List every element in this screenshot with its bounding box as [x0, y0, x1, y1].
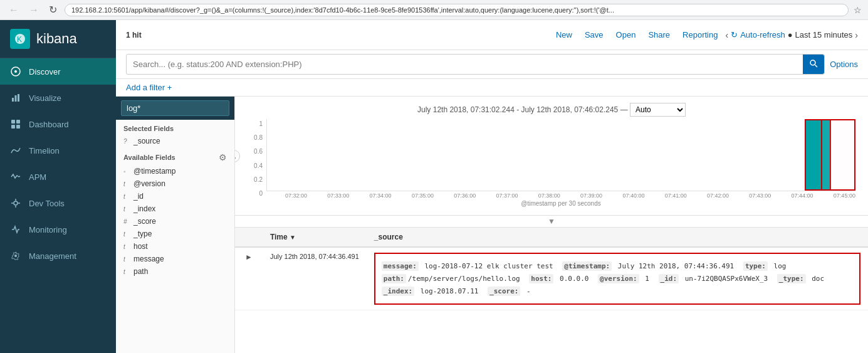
field-item-source[interactable]: ? _source: [116, 135, 234, 147]
expand-col-header: [235, 228, 263, 247]
sidebar-item-label-discover: Discover: [29, 67, 61, 76]
prev-time-icon[interactable]: ‹: [725, 30, 728, 40]
row-expand-cell[interactable]: ►: [235, 247, 263, 310]
add-filter-button[interactable]: Add a filter +: [126, 83, 858, 92]
chart-y-axis: 1 0.8 0.6 0.4 0.2 0: [248, 119, 266, 207]
browser-chrome: ← → ↻ 192.168.2.10:5601/app/kibana#/disc…: [0, 0, 868, 20]
search-input-wrap: [126, 54, 825, 75]
sidebar-item-label-devtools: Dev Tools: [29, 199, 65, 208]
selected-fields-title: Selected Fields: [116, 120, 234, 135]
open-button[interactable]: Open: [611, 28, 641, 42]
sidebar-item-visualize[interactable]: Visualize: [0, 85, 116, 111]
source-field-type2-key: _type:: [777, 274, 806, 283]
svg-rect-6: [18, 94, 19, 102]
field-item-version[interactable]: t @version: [116, 177, 234, 190]
results-panel: ▲ July 12th 2018, 07:31:02.244 - July 12…: [235, 97, 868, 353]
source-field-score-val: -: [522, 287, 530, 295]
sidebar-item-monitoring[interactable]: Monitoring: [0, 216, 116, 243]
source-field-type-val: log: [770, 262, 787, 270]
back-button[interactable]: ←: [6, 4, 21, 16]
app: K kibana Discover Visualize Dashboard: [0, 20, 868, 353]
chart-plot: [266, 119, 855, 191]
field-item-id[interactable]: t _id: [116, 190, 234, 203]
sidebar-item-label-dashboard: Dashboard: [29, 120, 69, 129]
field-item-score[interactable]: # _score: [116, 215, 234, 228]
sidebar-item-dashboard[interactable]: Dashboard: [0, 111, 116, 137]
source-field-score-key: _score:: [488, 287, 520, 296]
sidebar-item-label-apm: APM: [29, 172, 46, 182]
field-item-type[interactable]: t _type: [116, 228, 234, 240]
source-field-host-val: 0.0.0.0: [555, 275, 593, 283]
discover-icon: [10, 66, 21, 77]
field-item-host[interactable]: t host: [116, 240, 234, 253]
searchbar: Options: [116, 50, 868, 79]
expand-chart-button[interactable]: ▼: [548, 217, 555, 226]
svg-rect-10: [16, 125, 20, 129]
sidebar-item-devtools[interactable]: Dev Tools: [0, 190, 116, 216]
share-button[interactable]: Share: [643, 28, 675, 42]
save-button[interactable]: Save: [580, 28, 609, 42]
autorefresh-button[interactable]: ↻ Auto-refresh: [731, 30, 785, 40]
index-pattern-input[interactable]: [121, 100, 229, 116]
source-field-message-val: log-2018-07-12 elk cluster test: [421, 262, 558, 270]
sidebar-item-timelion[interactable]: Timelion: [0, 137, 116, 164]
source-field-index-val: log-2018.07.11: [416, 287, 483, 295]
address-bar: 192.168.2.10:5601/app/kibana#/discover?_…: [65, 4, 849, 16]
sidebar-item-management[interactable]: Management: [0, 243, 116, 269]
source-field-type-key: type:: [743, 261, 768, 271]
refresh-button[interactable]: ↻: [46, 4, 60, 16]
index-pattern-section: [116, 97, 234, 120]
chart-x-axis: 07:32:00 07:33:00 07:34:00 07:35:00 07:3…: [266, 192, 855, 199]
reporting-button[interactable]: Reporting: [677, 28, 723, 42]
table-wrap: Time ▼ _source ►: [235, 228, 868, 353]
source-field-timestamp-key: @timestamp:: [562, 261, 612, 271]
timelion-icon: [10, 145, 21, 156]
field-item-message[interactable]: t message: [116, 253, 234, 265]
fields-panel: Selected Fields ? _source Available Fiel…: [116, 97, 235, 353]
source-field-index-key: _index:: [382, 287, 414, 296]
logo-icon: K: [10, 29, 30, 49]
next-time-icon[interactable]: ›: [855, 30, 858, 40]
source-col-header: _source: [367, 228, 868, 247]
field-item-index[interactable]: t _index: [116, 203, 234, 215]
svg-rect-4: [12, 98, 14, 102]
search-input[interactable]: [127, 56, 803, 73]
visualize-icon: [10, 92, 21, 103]
available-fields-title: Available Fields ⚙: [116, 147, 234, 165]
row-expand-button[interactable]: ►: [243, 253, 255, 261]
bookmark-icon: ☆: [854, 5, 862, 15]
table-body: ► July 12th 2018, 07:44:36.491 message: …: [235, 247, 868, 310]
chart-bars: [267, 119, 855, 191]
collapse-chart-button[interactable]: ▲: [235, 150, 240, 162]
svg-rect-9: [11, 125, 15, 129]
chart-plot-area: 07:32:00 07:33:00 07:34:00 07:35:00 07:3…: [266, 119, 855, 207]
svg-point-3: [14, 70, 17, 73]
sidebar-item-apm[interactable]: APM: [0, 164, 116, 190]
source-field-timestamp-val: July 12th 2018, 07:44:36.491: [614, 262, 738, 270]
svg-line-14: [815, 65, 818, 68]
svg-rect-7: [11, 120, 15, 124]
results-table: Time ▼ _source ►: [235, 228, 868, 310]
topbar-actions: New Save Open Share Reporting ‹ ↻ Auto-r…: [551, 28, 858, 42]
refresh-icon: ↻: [731, 30, 738, 40]
forward-button[interactable]: →: [26, 4, 41, 16]
field-item-timestamp[interactable]: ◦ @timestamp: [116, 165, 234, 177]
fields-settings-button[interactable]: ⚙: [219, 152, 227, 162]
logo: K kibana: [0, 20, 116, 58]
time-col-header[interactable]: Time ▼: [263, 228, 367, 247]
topbar: 1 hit New Save Open Share Reporting ‹ ↻ …: [116, 20, 868, 50]
sidebar-item-label-monitoring: Monitoring: [29, 225, 67, 234]
filterbar: Add a filter +: [116, 79, 868, 97]
field-item-path[interactable]: t path: [116, 265, 234, 278]
sidebar-item-discover[interactable]: Discover: [0, 58, 116, 85]
new-button[interactable]: New: [551, 28, 577, 42]
options-button[interactable]: Options: [830, 60, 858, 69]
table-header: Time ▼ _source: [235, 228, 868, 247]
chart-area: ▲ July 12th 2018, 07:31:02.244 - July 12…: [235, 97, 868, 216]
field-type-source: ?: [123, 138, 130, 145]
search-submit-button[interactable]: [803, 55, 824, 74]
time-range[interactable]: ● Last 15 minutes: [788, 30, 853, 40]
source-field-version-key: @version:: [598, 274, 639, 283]
interval-select[interactable]: Auto 1 minute 5 minutes 30 minutes 1 hou…: [630, 103, 686, 117]
svg-rect-5: [15, 95, 17, 102]
